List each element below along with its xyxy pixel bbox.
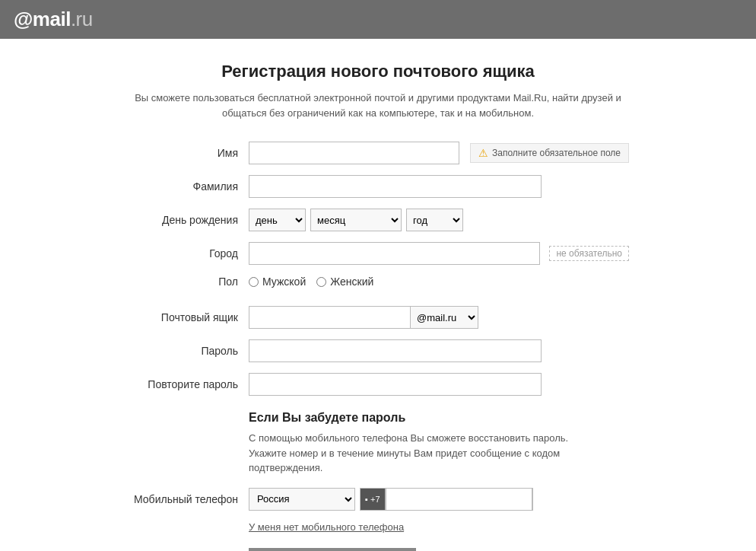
optional-badge: не обязательно [549,246,629,261]
gender-female-option[interactable]: Женский [316,276,373,288]
mailbox-input-group: @mail.ru@inbox.ru@list.ru@bk.ru [249,306,478,329]
page-title: Регистрация нового почтового ящика [127,62,629,81]
gender-female-radio[interactable] [316,277,326,287]
gender-male-radio[interactable] [249,277,259,287]
mailbox-field: @mail.ru@inbox.ru@list.ru@bk.ru [249,306,629,329]
register-button[interactable]: Зарегистрироваться [249,548,416,552]
password-row: Пароль [127,339,629,362]
recovery-line2: Укажите номер и в течение минуты Вам при… [249,447,560,474]
gender-field: Мужской Женский [249,276,629,288]
mobile-phone-row: Мобильный телефон Россия ▪ +7 [127,488,629,511]
recovery-section: Если Вы забудете пароль С помощью мобиль… [127,411,629,476]
mailbox-input[interactable] [249,306,410,329]
phone-number-input[interactable] [386,488,532,511]
register-row: Зарегистрироваться [127,548,629,552]
header: @mail.ru [0,0,756,39]
confirm-password-input[interactable] [249,373,542,396]
main-content: Регистрация нового почтового ящика Вы см… [112,39,644,551]
phone-input-group: Россия ▪ +7 [249,488,533,511]
first-name-error: ⚠ Заполните обязательное поле [470,143,629,163]
last-name-field [249,175,629,198]
password-label: Пароль [127,345,249,357]
mobile-phone-label: Мобильный телефон [127,493,249,505]
recovery-desc: С помощью мобильного телефона Вы сможете… [249,431,629,476]
logo-at: @ [14,8,33,30]
gender-female-label: Женский [330,276,373,288]
last-name-input[interactable] [249,175,542,198]
recovery-title: Если Вы забудете пароль [249,411,629,425]
logo: @mail.ru [14,8,93,31]
confirm-password-label: Повторите пароль [127,378,249,390]
gender-male-option[interactable]: Мужской [249,276,306,288]
password-field [249,339,629,362]
birthday-field: день for(let i=1;i<=31;i++) document.wri… [249,209,629,231]
mobile-phone-field: Россия ▪ +7 [249,488,629,511]
confirm-password-row: Повторите пароль [127,373,629,396]
mailbox-row: Почтовый ящик @mail.ru@inbox.ru@list.ru@… [127,306,629,329]
country-select[interactable]: Россия [249,488,355,511]
recovery-line1: С помощью мобильного телефона Вы сможете… [249,432,568,444]
confirm-password-field [249,373,629,396]
gender-row: Пол Мужской Женский [127,276,629,288]
password-input[interactable] [249,339,542,362]
month-select[interactable]: месяцЯнварьФевральМартАпрельМайИюньИюльА… [310,209,402,231]
logo-mail: mail [33,8,71,30]
birthday-label: День рождения [127,214,249,226]
no-phone-row: У меня нет мобильного телефона [127,521,629,533]
last-name-label: Фамилия [127,180,249,193]
gender-male-label: Мужской [262,276,306,288]
gender-label: Пол [127,276,249,288]
logo-dotru: .ru [71,8,93,30]
day-select[interactable]: день for(let i=1;i<=31;i++) document.wri… [249,209,306,231]
domain-select[interactable]: @mail.ru@inbox.ru@list.ru@bk.ru [410,306,478,329]
first-name-label: Имя [127,147,249,159]
warning-icon: ⚠ [478,147,488,159]
city-field: не обязательно [249,242,629,265]
city-label: Город [127,247,249,260]
last-name-row: Фамилия [127,175,629,198]
first-name-field: ⚠ Заполните обязательное поле [249,142,629,164]
phone-number-wrapper: ▪ +7 [360,488,533,511]
error-text: Заполните обязательное поле [492,148,621,158]
no-phone-link[interactable]: У меня нет мобильного телефона [249,521,629,533]
city-row: Город не обязательно [127,242,629,265]
birthday-row: День рождения день for(let i=1;i<=31;i++… [127,209,629,231]
mailbox-label: Почтовый ящик [127,311,249,323]
phone-flag: ▪ +7 [361,489,386,510]
page-subtitle: Вы сможете пользоваться бесплатной элект… [127,91,629,120]
first-name-input[interactable] [249,142,459,164]
year-select[interactable]: год for(let y=new Date().getFullYear();y… [406,209,463,231]
city-input[interactable] [249,242,540,265]
first-name-row: Имя ⚠ Заполните обязательное поле [127,142,629,164]
